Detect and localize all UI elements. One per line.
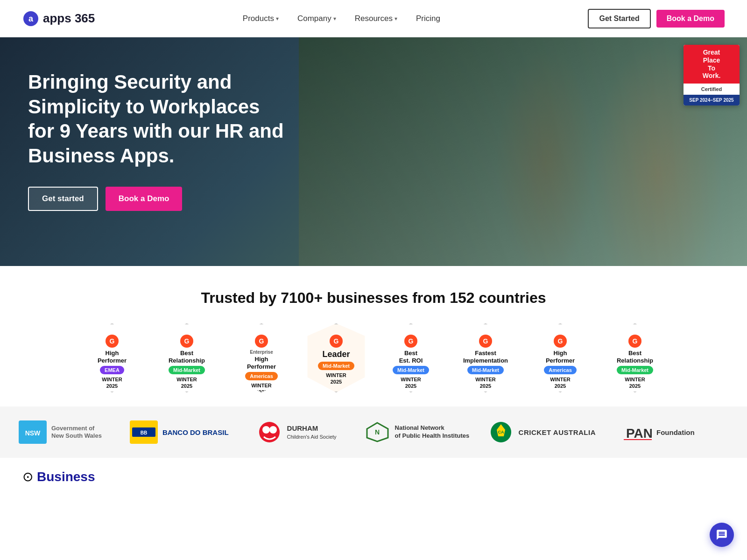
hero-book-demo-button[interactable]: Book a Demo	[106, 187, 183, 211]
nav-resources[interactable]: Resources ▾	[347, 10, 405, 27]
badge-best-rel-mid2: G BestRelationship Mid-Market WINTER2025	[602, 323, 668, 392]
navbar: a apps 365 Products ▾ Company ▾ Resource…	[0, 0, 747, 37]
banco-logo-icon: BB	[130, 420, 158, 444]
nav-products[interactable]: Products ▾	[235, 10, 286, 27]
navbar-nav: Products ▾ Company ▾ Resources ▾ Pricing	[235, 10, 448, 27]
g2-logo: G	[554, 335, 567, 348]
hero-get-started-button[interactable]: Get started	[28, 187, 98, 211]
badge-season: WINTER2025	[625, 376, 645, 390]
badge-pill: EMEA	[100, 366, 124, 374]
badges-row: G HighPerformer EMEA WINTER2025 G BestRe…	[19, 323, 728, 392]
svg-text:N: N	[375, 428, 380, 436]
svg-text:NSW: NSW	[25, 429, 41, 437]
chevron-down-icon: ▾	[395, 15, 397, 22]
gptw-certified: Certified	[687, 86, 736, 92]
gptw-dates: SEP 2024–SEP 2025	[687, 98, 736, 103]
logo-cricket: CA CRICKET AUSTRALIA	[488, 420, 596, 444]
business-icon: ⊙	[22, 469, 33, 484]
logo-text: apps 365	[43, 11, 95, 26]
svg-point-9	[262, 426, 270, 434]
badge-season: WINTER2025	[102, 376, 122, 390]
cricket-logo-text: CRICKET AUSTRALIA	[519, 428, 596, 436]
footer-business-text: Business	[37, 469, 95, 484]
trusted-section: Trusted by 7100+ businesses from 152 cou…	[0, 266, 747, 406]
get-started-button[interactable]: Get Started	[588, 9, 650, 28]
logo-durham: DURHAMChildren's Aid Society	[257, 420, 337, 444]
hero-section: Bringing Security and Simplicity to Work…	[0, 37, 747, 266]
nav-company-label: Company	[297, 14, 331, 23]
badge-season: WINTER2025	[251, 382, 271, 396]
gptw-title: Great Place To Work.	[687, 49, 736, 80]
badge-hp-americas: G HighPerformer Americas WINTER2025	[528, 323, 593, 392]
chevron-down-icon: ▾	[333, 15, 336, 22]
durham-logo-icon	[257, 420, 282, 444]
badge-season: WINTER2025	[326, 372, 346, 385]
footer-strip: ⊙ Business	[0, 458, 747, 496]
svg-text:CA: CA	[498, 430, 504, 434]
svg-point-10	[269, 426, 277, 434]
badge-hp-emea: G HighPerformer EMEA WINTER2025	[79, 323, 145, 392]
logo-pan: PAN Foundation	[624, 423, 695, 441]
pan-logo-text: Foundation	[656, 428, 695, 436]
g2-logo: G	[404, 335, 417, 348]
g2-logo: G	[330, 335, 343, 348]
badge-ent-hp-americas: G Enterprise HighPerformer Americas WINT…	[229, 323, 294, 392]
svg-text:PAN: PAN	[626, 426, 652, 441]
hero-content: Bringing Security and Simplicity to Work…	[0, 37, 317, 244]
g2-logo: G	[255, 335, 268, 348]
hero-buttons: Get started Book a Demo	[28, 187, 289, 211]
g2-logo: G	[628, 335, 641, 348]
badge-title: Leader	[322, 350, 350, 360]
badge-best-roi-mid: G BestEst. ROI Mid-Market WINTER2025	[378, 323, 444, 392]
nav-products-label: Products	[243, 14, 274, 23]
banco-logo-text: BANCO DO BRASIL	[162, 428, 229, 436]
badge-pill: Americas	[245, 372, 278, 380]
badge-season: WINTER2025	[401, 376, 421, 390]
badge-title: HighPerformer	[546, 350, 575, 364]
badge-season: WINTER2025	[475, 376, 495, 390]
nsw-logo-icon: NSW	[19, 420, 47, 444]
badge-pill: Mid-Market	[318, 362, 354, 370]
badge-fastest-impl-mid: G FastestImplementation Mid-Market WINTE…	[453, 323, 518, 392]
cricket-logo-icon: CA	[488, 420, 514, 444]
trusted-title: Trusted by 7100+ businesses from 152 cou…	[19, 289, 728, 307]
badge-title: HighPerformer	[247, 356, 276, 370]
badge-title: BestRelationship	[169, 350, 205, 364]
book-demo-button[interactable]: Book a Demo	[656, 10, 725, 28]
hero-people-svg	[299, 37, 747, 266]
g2-logo: G	[479, 335, 492, 348]
badge-season: WINTER2025	[176, 376, 197, 390]
logo-nnphi: N National Networkof Public Health Insti…	[365, 420, 460, 444]
svg-rect-2	[299, 37, 747, 266]
badge-enterprise-label: Enterprise	[250, 350, 273, 355]
nav-resources-label: Resources	[355, 14, 393, 23]
durham-logo-text: DURHAMChildren's Aid Society	[287, 424, 337, 440]
badge-pill: Americas	[544, 366, 577, 374]
logo-banco: BB BANCO DO BRASIL	[130, 420, 229, 444]
nav-pricing[interactable]: Pricing	[409, 10, 448, 27]
nav-pricing-label: Pricing	[416, 14, 440, 23]
badge-title: HighPerformer	[98, 350, 127, 364]
gptw-badge: Great Place To Work. Certified SEP 2024–…	[684, 45, 740, 105]
g2-logo: G	[180, 335, 193, 348]
badge-best-rel-mid: G BestRelationship Mid-Market WINTER2025	[154, 323, 219, 392]
nnphi-logo-icon: N	[365, 420, 390, 444]
logo-link[interactable]: a apps 365	[22, 10, 95, 27]
badge-title: FastestImplementation	[463, 350, 508, 364]
badge-pill: Mid-Market	[169, 366, 205, 374]
nav-company[interactable]: Company ▾	[290, 10, 344, 27]
badge-title: BestEst. ROI	[399, 350, 423, 364]
logo-icon: a	[22, 10, 39, 27]
logo-nsw: NSW Government ofNew South Wales	[19, 420, 102, 444]
chevron-down-icon: ▾	[276, 15, 279, 22]
badge-pill: Mid-Market	[393, 366, 429, 374]
pan-logo-icon: PAN	[624, 423, 652, 441]
nsw-logo-text: Government ofNew South Wales	[51, 425, 102, 439]
badge-season: WINTER2025	[550, 376, 570, 390]
badge-pill: Mid-Market	[467, 366, 504, 374]
logos-section: NSW Government ofNew South Wales BB BANC…	[0, 406, 747, 458]
hero-title: Bringing Security and Simplicity to Work…	[28, 70, 289, 168]
badge-title: BestRelationship	[617, 350, 653, 364]
nnphi-logo-text: National Networkof Public Health Institu…	[395, 424, 460, 440]
g2-logo: G	[106, 335, 119, 348]
